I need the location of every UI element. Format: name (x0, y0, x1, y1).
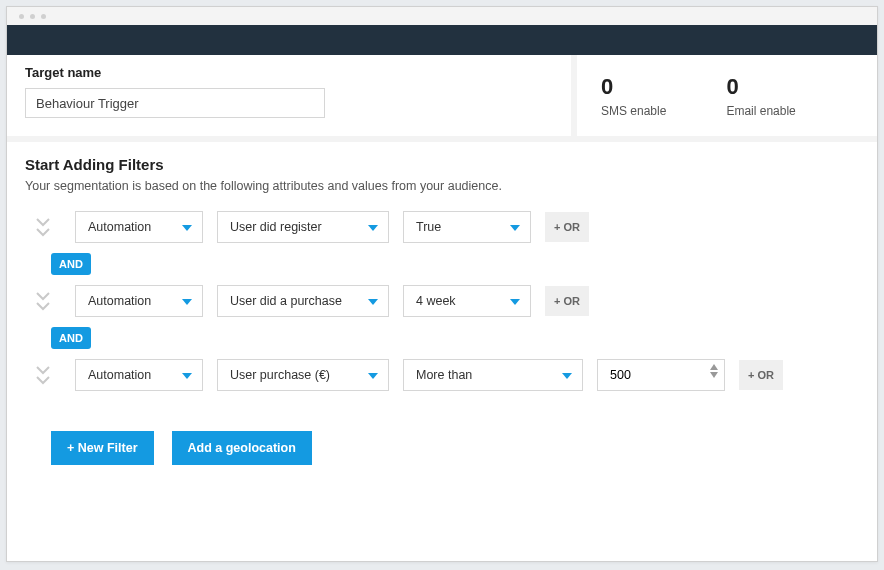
window-dot (19, 14, 24, 19)
filter-category-select[interactable]: Automation (75, 285, 203, 317)
filter-row: Automation User did a purchase 4 week + … (25, 285, 859, 317)
stat-email: 0 Email enable (726, 74, 795, 118)
caret-down-icon (368, 220, 378, 234)
caret-down-icon (182, 368, 192, 382)
filter-value-input[interactable] (597, 359, 725, 391)
reorder-handle[interactable] (31, 365, 55, 385)
add-or-button[interactable]: + OR (545, 212, 589, 242)
stats-panel: 0 SMS enable 0 Email enable (577, 55, 877, 136)
caret-down-icon (368, 368, 378, 382)
reorder-handle[interactable] (31, 217, 55, 237)
caret-down-icon (510, 294, 520, 308)
filters-subtitle: Your segmentation is based on the follow… (25, 179, 859, 193)
filter-condition-value: 4 week (416, 294, 456, 308)
new-filter-button[interactable]: + New Filter (51, 431, 154, 465)
filters-section: Start Adding Filters Your segmentation i… (7, 142, 877, 511)
filter-category-select[interactable]: Automation (75, 211, 203, 243)
filter-value-field[interactable] (610, 368, 700, 382)
caret-down-icon (562, 368, 572, 382)
target-name-panel: Target name (7, 55, 577, 136)
filter-attribute-select[interactable]: User purchase (€) (217, 359, 389, 391)
caret-down-icon (510, 220, 520, 234)
filter-category-select[interactable]: Automation (75, 359, 203, 391)
filter-condition-select[interactable]: 4 week (403, 285, 531, 317)
reorder-handle[interactable] (31, 291, 55, 311)
window-dot (30, 14, 35, 19)
navbar (7, 25, 877, 55)
caret-down-icon (182, 220, 192, 234)
chevron-down-icon (710, 372, 718, 378)
filter-condition-select[interactable]: More than (403, 359, 583, 391)
filter-attribute-select[interactable]: User did register (217, 211, 389, 243)
window-dot (41, 14, 46, 19)
bottom-actions: + New Filter Add a geolocation (25, 423, 859, 487)
number-stepper[interactable] (710, 364, 718, 378)
filters-title: Start Adding Filters (25, 156, 859, 173)
add-geolocation-button[interactable]: Add a geolocation (172, 431, 312, 465)
add-or-button[interactable]: + OR (545, 286, 589, 316)
filter-category-value: Automation (88, 294, 151, 308)
stat-sms-label: SMS enable (601, 104, 666, 118)
filter-condition-select[interactable]: True (403, 211, 531, 243)
filter-condition-value: More than (416, 368, 472, 382)
filter-attribute-value: User did register (230, 220, 322, 234)
filter-category-value: Automation (88, 368, 151, 382)
filter-attribute-select[interactable]: User did a purchase (217, 285, 389, 317)
filter-row: Automation User purchase (€) More than +… (25, 359, 859, 391)
app-window: Target name 0 SMS enable 0 Email enable … (6, 6, 878, 562)
and-connector[interactable]: AND (51, 253, 91, 275)
stat-sms: 0 SMS enable (601, 74, 666, 118)
stat-email-label: Email enable (726, 104, 795, 118)
target-name-input[interactable] (25, 88, 325, 118)
filter-attribute-value: User did a purchase (230, 294, 342, 308)
caret-down-icon (182, 294, 192, 308)
filter-condition-value: True (416, 220, 441, 234)
and-connector[interactable]: AND (51, 327, 91, 349)
filter-category-value: Automation (88, 220, 151, 234)
stat-email-value: 0 (726, 74, 795, 100)
target-name-label: Target name (25, 65, 553, 80)
titlebar (7, 7, 877, 25)
stat-sms-value: 0 (601, 74, 666, 100)
add-or-button[interactable]: + OR (739, 360, 783, 390)
caret-down-icon (368, 294, 378, 308)
chevron-up-icon (710, 364, 718, 370)
filter-attribute-value: User purchase (€) (230, 368, 330, 382)
filter-row: Automation User did register True + OR (25, 211, 859, 243)
